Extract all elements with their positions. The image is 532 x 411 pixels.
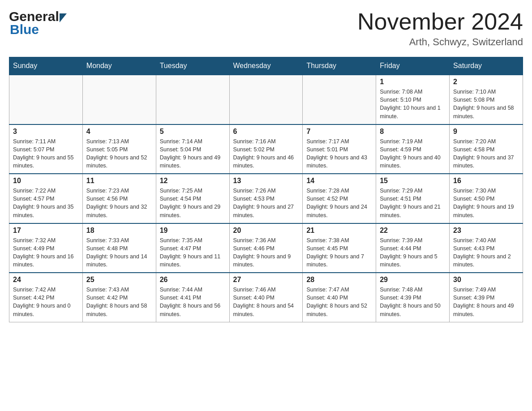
calendar-cell: 24Sunrise: 7:42 AMSunset: 4:42 PMDayligh… [9,273,83,322]
day-info: Sunrise: 7:32 AMSunset: 4:49 PMDaylight:… [13,236,79,269]
calendar-cell: 29Sunrise: 7:48 AMSunset: 4:39 PMDayligh… [376,273,450,322]
page-header: General Blue November 2024 Arth, Schwyz,… [9,9,523,48]
day-number: 20 [233,227,299,235]
day-info: Sunrise: 7:44 AMSunset: 4:41 PMDaylight:… [160,286,226,318]
day-number: 8 [380,128,446,136]
day-number: 15 [380,177,446,185]
day-info: Sunrise: 7:08 AMSunset: 5:10 PMDaylight:… [380,88,446,120]
day-info: Sunrise: 7:42 AMSunset: 4:42 PMDaylight:… [13,286,79,318]
day-number: 29 [380,276,446,284]
day-info: Sunrise: 7:39 AMSunset: 4:44 PMDaylight:… [380,236,446,269]
col-header-friday: Friday [376,57,450,75]
day-number: 2 [453,78,519,86]
day-info: Sunrise: 7:35 AMSunset: 4:47 PMDaylight:… [160,236,226,269]
day-number: 22 [380,227,446,235]
calendar-cell [303,75,376,124]
day-info: Sunrise: 7:33 AMSunset: 4:48 PMDaylight:… [86,236,152,269]
calendar-cell: 18Sunrise: 7:33 AMSunset: 4:48 PMDayligh… [82,223,156,273]
day-info: Sunrise: 7:38 AMSunset: 4:45 PMDaylight:… [306,236,372,269]
day-info: Sunrise: 7:19 AMSunset: 4:59 PMDaylight:… [380,137,446,170]
calendar-cell: 14Sunrise: 7:28 AMSunset: 4:52 PMDayligh… [303,174,376,223]
calendar-week-row: 24Sunrise: 7:42 AMSunset: 4:42 PMDayligh… [9,273,523,322]
col-header-thursday: Thursday [303,57,376,75]
day-info: Sunrise: 7:10 AMSunset: 5:08 PMDaylight:… [453,88,519,120]
col-header-sunday: Sunday [9,57,83,75]
calendar-cell: 16Sunrise: 7:30 AMSunset: 4:50 PMDayligh… [450,174,523,223]
calendar-cell: 4Sunrise: 7:13 AMSunset: 5:05 PMDaylight… [82,124,156,174]
calendar-cell [9,75,83,124]
day-number: 24 [13,276,79,284]
day-info: Sunrise: 7:49 AMSunset: 4:39 PMDaylight:… [453,286,519,318]
calendar-cell: 28Sunrise: 7:47 AMSunset: 4:40 PMDayligh… [303,273,376,322]
col-header-wednesday: Wednesday [229,57,303,75]
day-number: 6 [233,128,299,136]
col-header-monday: Monday [82,57,156,75]
calendar-cell: 12Sunrise: 7:25 AMSunset: 4:54 PMDayligh… [156,174,229,223]
day-number: 1 [380,78,446,86]
day-info: Sunrise: 7:47 AMSunset: 4:40 PMDaylight:… [306,286,372,318]
calendar-cell: 15Sunrise: 7:29 AMSunset: 4:51 PMDayligh… [376,174,450,223]
calendar-cell: 19Sunrise: 7:35 AMSunset: 4:47 PMDayligh… [156,223,229,273]
calendar-cell: 20Sunrise: 7:36 AMSunset: 4:46 PMDayligh… [229,223,303,273]
day-number: 19 [160,227,226,235]
day-number: 4 [86,128,152,136]
calendar-cell: 21Sunrise: 7:38 AMSunset: 4:45 PMDayligh… [303,223,376,273]
calendar-cell: 26Sunrise: 7:44 AMSunset: 4:41 PMDayligh… [156,273,229,322]
day-info: Sunrise: 7:14 AMSunset: 5:04 PMDaylight:… [160,137,226,170]
logo: General Blue [9,9,67,37]
day-info: Sunrise: 7:36 AMSunset: 4:46 PMDaylight:… [233,236,299,269]
calendar-cell [156,75,229,124]
day-info: Sunrise: 7:28 AMSunset: 4:52 PMDaylight:… [306,187,372,219]
calendar-cell: 6Sunrise: 7:16 AMSunset: 5:02 PMDaylight… [229,124,303,174]
day-info: Sunrise: 7:46 AMSunset: 4:40 PMDaylight:… [233,286,299,318]
day-info: Sunrise: 7:23 AMSunset: 4:56 PMDaylight:… [86,187,152,219]
calendar-cell: 23Sunrise: 7:40 AMSunset: 4:43 PMDayligh… [450,223,523,273]
title-block: November 2024 Arth, Schwyz, Switzerland [357,9,523,48]
day-info: Sunrise: 7:11 AMSunset: 5:07 PMDaylight:… [13,137,79,170]
calendar-cell: 25Sunrise: 7:43 AMSunset: 4:42 PMDayligh… [82,273,156,322]
day-number: 28 [306,276,372,284]
calendar-week-row: 10Sunrise: 7:22 AMSunset: 4:57 PMDayligh… [9,174,523,223]
day-number: 5 [160,128,226,136]
day-info: Sunrise: 7:22 AMSunset: 4:57 PMDaylight:… [13,187,79,219]
day-info: Sunrise: 7:25 AMSunset: 4:54 PMDaylight:… [160,187,226,219]
day-info: Sunrise: 7:48 AMSunset: 4:39 PMDaylight:… [380,286,446,318]
calendar-header-row: SundayMondayTuesdayWednesdayThursdayFrid… [9,57,523,75]
day-info: Sunrise: 7:17 AMSunset: 5:01 PMDaylight:… [306,137,372,170]
calendar-cell [82,75,156,124]
day-number: 9 [453,128,519,136]
calendar-cell: 9Sunrise: 7:20 AMSunset: 4:58 PMDaylight… [450,124,523,174]
location-text: Arth, Schwyz, Switzerland [357,36,523,48]
calendar-cell: 11Sunrise: 7:23 AMSunset: 4:56 PMDayligh… [82,174,156,223]
calendar-cell: 17Sunrise: 7:32 AMSunset: 4:49 PMDayligh… [9,223,83,273]
calendar-table: SundayMondayTuesdayWednesdayThursdayFrid… [9,57,523,322]
logo-blue-text: Blue [10,22,39,37]
calendar-week-row: 1Sunrise: 7:08 AMSunset: 5:10 PMDaylight… [9,75,523,124]
day-number: 25 [86,276,152,284]
day-number: 26 [160,276,226,284]
calendar-week-row: 3Sunrise: 7:11 AMSunset: 5:07 PMDaylight… [9,124,523,174]
col-header-tuesday: Tuesday [156,57,229,75]
calendar-cell [229,75,303,124]
calendar-cell: 30Sunrise: 7:49 AMSunset: 4:39 PMDayligh… [450,273,523,322]
day-number: 16 [453,177,519,185]
day-number: 21 [306,227,372,235]
day-info: Sunrise: 7:30 AMSunset: 4:50 PMDaylight:… [453,187,519,219]
calendar-cell: 5Sunrise: 7:14 AMSunset: 5:04 PMDaylight… [156,124,229,174]
day-info: Sunrise: 7:26 AMSunset: 4:53 PMDaylight:… [233,187,299,219]
calendar-cell: 7Sunrise: 7:17 AMSunset: 5:01 PMDaylight… [303,124,376,174]
calendar-cell: 10Sunrise: 7:22 AMSunset: 4:57 PMDayligh… [9,174,83,223]
day-number: 3 [13,128,79,136]
month-title: November 2024 [357,9,523,34]
day-number: 17 [13,227,79,235]
day-info: Sunrise: 7:16 AMSunset: 5:02 PMDaylight:… [233,137,299,170]
calendar-cell: 8Sunrise: 7:19 AMSunset: 4:59 PMDaylight… [376,124,450,174]
day-number: 13 [233,177,299,185]
day-info: Sunrise: 7:13 AMSunset: 5:05 PMDaylight:… [86,137,152,170]
calendar-week-row: 17Sunrise: 7:32 AMSunset: 4:49 PMDayligh… [9,223,523,273]
calendar-cell: 2Sunrise: 7:10 AMSunset: 5:08 PMDaylight… [450,75,523,124]
day-info: Sunrise: 7:29 AMSunset: 4:51 PMDaylight:… [380,187,446,219]
day-number: 18 [86,227,152,235]
day-number: 23 [453,227,519,235]
calendar-cell: 22Sunrise: 7:39 AMSunset: 4:44 PMDayligh… [376,223,450,273]
